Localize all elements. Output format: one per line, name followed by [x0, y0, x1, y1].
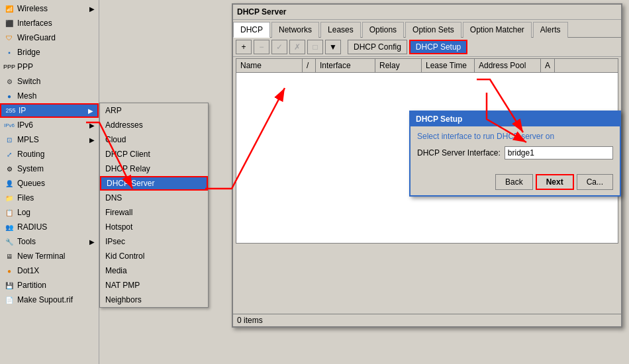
- dot1x-icon: ●: [4, 265, 15, 276]
- remove-button[interactable]: −: [254, 40, 269, 54]
- submenu-nat-pmp[interactable]: NAT PMP: [100, 278, 208, 293]
- back-button[interactable]: Back: [495, 174, 533, 190]
- tab-option-matcher[interactable]: Option Matcher: [463, 22, 532, 38]
- dhcp-interface-row: DHCP Server Interface:: [417, 146, 613, 159]
- sidebar-item-dot1x[interactable]: ● Dot1X: [0, 263, 99, 278]
- sidebar-item-wireless[interactable]: 📶 Wireless ▶: [0, 1, 99, 16]
- sidebar-item-ipv6[interactable]: IPv6 IPv6 ▶: [0, 118, 99, 132]
- partition-icon: 💾: [4, 280, 15, 291]
- window-titlebar: DHCP Server: [233, 5, 621, 20]
- mpls-icon: ⊡: [4, 134, 15, 145]
- sidebar-item-system[interactable]: ⚙ System: [0, 161, 99, 176]
- sidebar-item-files[interactable]: 📁 Files: [0, 191, 99, 205]
- table-header: Name / Interface Relay Lease Time Addres…: [236, 59, 618, 73]
- log-icon: 📋: [4, 207, 15, 218]
- sidebar-item-switch[interactable]: ⚙ Switch: [0, 74, 99, 89]
- col-a: A: [541, 59, 555, 72]
- submenu-addresses[interactable]: Addresses: [100, 118, 208, 132]
- sidebar-item-log[interactable]: 📋 Log: [0, 205, 99, 220]
- add-button[interactable]: +: [236, 40, 252, 54]
- sidebar-item-new-terminal[interactable]: 🖥 New Terminal: [0, 249, 99, 263]
- sidebar-item-mesh[interactable]: ● Mesh: [0, 89, 99, 103]
- radius-icon: 👥: [4, 222, 15, 232]
- next-button[interactable]: Next: [536, 174, 574, 190]
- sidebar-items-container: 📶 Wireless ▶ ⬛ Interfaces 🛡 WireGuard ▪ …: [0, 0, 99, 307]
- supout-icon: 📄: [4, 295, 15, 305]
- tools-arrow: ▶: [89, 238, 95, 246]
- sidebar-item-mpls[interactable]: ⊡ MPLS ▶: [0, 132, 99, 147]
- cancel-button[interactable]: Ca...: [577, 174, 613, 190]
- interfaces-icon: ⬛: [4, 18, 15, 28]
- filter-button[interactable]: ▼: [325, 40, 341, 54]
- files-icon: 📁: [4, 193, 15, 203]
- submenu-hotspot[interactable]: Hotspot: [100, 220, 208, 234]
- submenu-dhcp-client[interactable]: DHCP Client: [100, 147, 208, 161]
- dialog-titlebar: DHCP Setup: [411, 112, 620, 126]
- submenu-kid-control[interactable]: Kid Control: [100, 249, 208, 263]
- sidebar-item-interfaces[interactable]: ⬛ Interfaces: [0, 16, 99, 30]
- mpls-arrow: ▶: [89, 136, 95, 144]
- dhcp-interface-label: DHCP Server Interface:: [417, 148, 501, 158]
- col-relay: Relay: [375, 59, 422, 72]
- sidebar-item-ppp[interactable]: PPP PPP: [0, 60, 99, 74]
- submenu-ipsec[interactable]: IPsec: [100, 234, 208, 249]
- dhcp-config-button[interactable]: DHCP Config: [348, 40, 407, 54]
- sidebar-item-queues[interactable]: 👤 Queues: [0, 176, 99, 191]
- check-button[interactable]: ✓: [271, 40, 287, 54]
- bridge-icon: ▪: [4, 47, 15, 58]
- toolbar: + − ✓ ✗ □ ▼ DHCP Config DHCP Setup: [233, 38, 621, 57]
- tab-networks[interactable]: Networks: [271, 22, 319, 38]
- col-name: Name: [236, 59, 303, 72]
- sidebar-item-radius[interactable]: 👥 RADIUS: [0, 220, 99, 234]
- submenu-arp[interactable]: ARP: [100, 103, 208, 118]
- dhcp-setup-button[interactable]: DHCP Setup: [409, 40, 467, 54]
- dialog-buttons: Back Next Ca...: [411, 171, 620, 195]
- sidebar-item-ip[interactable]: 255 IP ▶: [0, 103, 99, 118]
- x-button[interactable]: ✗: [289, 40, 305, 54]
- queues-icon: 👤: [4, 178, 15, 189]
- dhcp-interface-input[interactable]: [505, 146, 613, 159]
- copy-button[interactable]: □: [307, 40, 323, 54]
- ppp-icon: PPP: [4, 62, 15, 72]
- ip-arrow: ▶: [88, 107, 93, 114]
- dhcp-setup-dialog: DHCP Setup Select interface to run DHCP …: [409, 111, 621, 197]
- status-bar: 0 items: [233, 314, 621, 326]
- col-interface: Interface: [316, 59, 375, 72]
- wireguard-icon: 🛡: [4, 32, 15, 43]
- sidebar-item-partition[interactable]: 💾 Partition: [0, 278, 99, 293]
- ip-submenu: ARP Addresses Cloud DHCP Client DHCP Rel…: [99, 103, 209, 308]
- dhcp-server-window: DHCP Server DHCP Networks Leases Options…: [232, 3, 622, 328]
- submenu-dhcp-relay[interactable]: DHCP Relay: [100, 161, 208, 176]
- tab-dhcp[interactable]: DHCP: [233, 22, 270, 38]
- sidebar-item-make-supout[interactable]: 📄 Make Supout.rif: [0, 293, 99, 307]
- submenu-dns[interactable]: DNS: [100, 191, 208, 205]
- submenu-cloud[interactable]: Cloud: [100, 132, 208, 147]
- tab-leases[interactable]: Leases: [320, 22, 361, 38]
- tab-options[interactable]: Options: [362, 22, 404, 38]
- tabs-row: DHCP Networks Leases Options Option Sets…: [233, 20, 621, 38]
- dialog-body: Select interface to run DHCP server on D…: [411, 126, 620, 171]
- tab-alerts[interactable]: Alerts: [533, 22, 568, 38]
- col-address-pool: Address Pool: [475, 59, 541, 72]
- sidebar-item-tools[interactable]: 🔧 Tools ▶: [0, 234, 99, 249]
- sidebar-item-bridge[interactable]: ▪ Bridge: [0, 45, 99, 60]
- sidebar-item-routing[interactable]: ⤢ Routing: [0, 147, 99, 161]
- submenu-dhcp-server[interactable]: DHCP Server: [100, 176, 208, 191]
- switch-icon: ⚙: [4, 76, 15, 87]
- col-lease-time: Lease Time: [422, 59, 475, 72]
- ip-icon: 255: [5, 105, 16, 116]
- dialog-description: Select interface to run DHCP server on: [417, 132, 613, 141]
- terminal-icon: 🖥: [4, 251, 15, 261]
- wireless-arrow: ▶: [89, 5, 95, 13]
- col-slash: /: [303, 59, 316, 72]
- submenu-media[interactable]: Media: [100, 263, 208, 278]
- sidebar: 📶 Wireless ▶ ⬛ Interfaces 🛡 WireGuard ▪ …: [0, 0, 99, 364]
- sidebar-item-wireguard[interactable]: 🛡 WireGuard: [0, 30, 99, 45]
- submenu-firewall[interactable]: Firewall: [100, 205, 208, 220]
- submenu-neighbors[interactable]: Neighbors: [100, 293, 208, 307]
- system-icon: ⚙: [4, 163, 15, 174]
- ipv6-icon: IPv6: [4, 120, 15, 130]
- tab-option-sets[interactable]: Option Sets: [405, 22, 461, 38]
- tools-icon: 🔧: [4, 236, 15, 247]
- routing-icon: ⤢: [4, 149, 15, 159]
